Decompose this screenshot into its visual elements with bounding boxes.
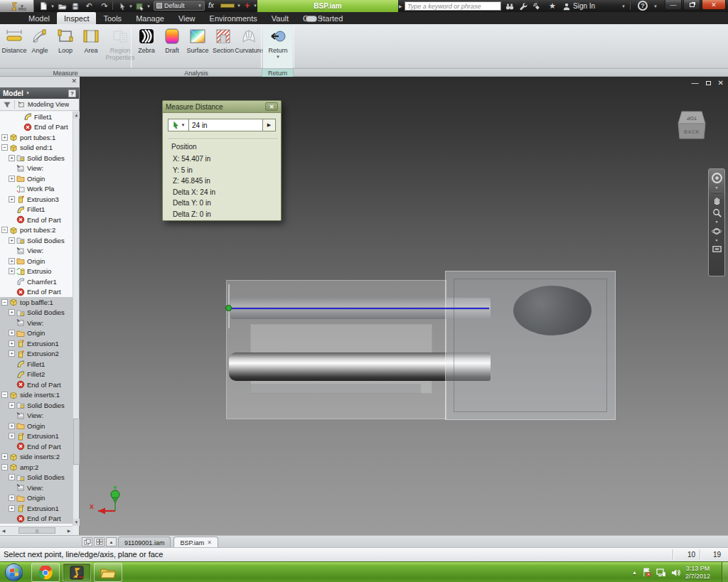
tree-item-end-of-part[interactable]: End of Part [0,514,73,524]
view-cube[interactable]: TOP BACK [671,107,712,148]
tree-item-fillet1[interactable]: Fillet1 [0,205,73,215]
section-button[interactable]: Section [210,26,236,54]
tree-item-side-inserts-1[interactable]: −side inserts:1 [0,390,73,401]
chevron-down-icon[interactable]: ▼ [237,4,241,8]
scroll-down-icon[interactable]: ▼ [73,519,80,526]
explorer-taskbar-button[interactable] [94,563,122,582]
tree-item-origin[interactable]: +Origin [0,173,73,184]
taskbar-clock[interactable]: 3:13 PM 2/7/2012 [685,565,710,581]
tab-inspect[interactable]: Inspect [57,12,96,24]
tree-item-extrusion1[interactable]: +Extrusion1 [0,503,73,514]
undo-button[interactable]: ↶ [82,1,95,11]
tree-item-view[interactable]: View: [0,246,73,257]
expand-icon[interactable]: + [9,309,15,316]
tree-item-solid-bodies[interactable]: +Solid Bodies [0,153,73,163]
tree-item-end-of-part[interactable]: End of Part [0,215,73,225]
collapse-icon[interactable]: − [1,144,8,151]
add-icon[interactable]: + [245,0,250,11]
expand-icon[interactable]: + [9,330,15,336]
zebra-button[interactable]: Zebra [134,26,159,54]
expand-icon[interactable]: + [9,402,15,409]
tree-item-extrusion1[interactable]: +Extrusion1 [0,338,73,349]
collapse-icon[interactable]: − [1,464,8,470]
scroll-right-icon[interactable]: ▶ [65,527,73,534]
expand-icon[interactable]: + [9,423,15,429]
tree-item-view[interactable]: View: [0,318,73,328]
browser-header[interactable]: Model ▼ ? [0,87,79,99]
tree-item-view[interactable]: View: [0,411,73,421]
scroll-left-icon[interactable]: ◀ [0,527,7,534]
tree-item-amp-2[interactable]: −amp:2 [0,462,73,473]
collapse-icon[interactable]: − [1,392,8,398]
tree-item-end-of-part[interactable]: End of Part [0,441,73,452]
open-button[interactable] [55,1,68,11]
save-button[interactable] [69,1,82,11]
tree-item-extrusion3[interactable]: +Extrusion3 [0,194,73,205]
chevron-down-icon[interactable]: ▼ [715,186,719,190]
restore-document-icon[interactable] [706,81,711,85]
expand-icon[interactable]: + [9,268,15,274]
tab-vault[interactable]: Vault [264,12,296,24]
angle-button[interactable]: Angle [27,26,53,54]
tree-item-top-baffle-1[interactable]: −top baffle:1 [0,297,73,308]
ribbon-display-options-button[interactable]: ▼ [306,14,330,23]
tree-item-solid-bodies[interactable]: +Solid Bodies [0,308,73,318]
close-icon[interactable]: ✕ [207,540,212,546]
filter-icon[interactable] [3,101,11,109]
tree-item-end-of-part[interactable]: End of Part [0,287,73,298]
tree-item-view[interactable]: View: [0,483,73,493]
surface-button[interactable]: Surface [185,26,210,54]
expand-icon[interactable]: + [9,433,15,439]
application-menu-button[interactable]: ▼ PRO [0,0,34,12]
show-hidden-icons-icon[interactable]: ▲ [632,570,637,575]
collapse-icon[interactable]: − [1,299,8,306]
inventor-taskbar-button[interactable]: PRO [63,563,91,582]
expand-icon[interactable]: + [1,453,8,460]
tree-item-solid-bodies[interactable]: +Solid Bodies [0,235,73,246]
tab-model[interactable]: Model [21,12,57,24]
close-document-icon[interactable]: ✕ [718,79,724,87]
doc-tab-bsp-iam[interactable]: BSP.iam✕ [173,537,218,548]
chevron-down-icon[interactable]: ▼ [621,4,626,9]
scroll-up-icon[interactable]: ▲ [73,112,80,119]
tree-item-solid-bodies[interactable]: +Solid Bodies [0,400,73,411]
minimize-document-icon[interactable]: — [692,79,699,87]
help-icon[interactable]: ? [638,1,648,11]
tree-item-extrusion2[interactable]: +Extrusion2 [0,349,73,360]
tree-item-fillet1[interactable]: Fillet1 [0,359,73,370]
tools-button[interactable] [518,1,529,11]
communication-center-button[interactable] [531,1,542,11]
tree-item-origin[interactable]: +Origin [0,256,73,266]
tree-item-side-inserts-2[interactable]: +side inserts:2 [0,452,73,463]
tree-item-solid-bodies[interactable]: +Solid Bodies [0,473,73,483]
action-center-icon[interactable] [642,568,651,577]
chevron-down-icon[interactable]: ▼ [715,220,719,224]
tree-item-port-tubes-2[interactable]: −port tubes:2 [0,225,73,236]
selection-priority-dropdown[interactable]: ▼ [168,119,189,131]
help-icon[interactable]: ? [68,90,76,97]
look-at-icon[interactable] [712,244,722,254]
minimize-button[interactable]: — [665,0,682,10]
distance-button[interactable]: Distance [1,26,27,54]
dialog-title-bar[interactable]: Measure Distance ✕ [163,101,281,113]
expand-icon[interactable]: + [9,505,15,512]
material-icon[interactable] [220,4,235,8]
orbit-icon[interactable] [711,226,722,237]
tree-item-end-of-part[interactable]: End of Part [0,379,73,390]
cascade-windows-button[interactable] [82,537,92,546]
tab-manage[interactable]: Manage [129,12,171,24]
expand-icon[interactable]: + [9,196,15,203]
tab-tools[interactable]: Tools [96,12,129,24]
tree-item-port-tubes-1[interactable]: +port tubes:1 [0,132,73,143]
sign-in-link[interactable]: Sign In [573,2,595,10]
expand-icon[interactable]: + [9,340,15,347]
measure-value-input[interactable] [189,119,263,131]
measure-options-button[interactable]: ▶ [263,119,276,131]
chevron-down-icon[interactable]: ▼ [129,4,133,9]
style-dropdown[interactable]: Default ▼ [154,1,205,11]
tree-item-solid-end-1[interactable]: −solid end:1 [0,143,73,153]
chrome-taskbar-button[interactable] [31,563,60,582]
chevron-down-icon[interactable]: ▼ [50,4,55,9]
port-hole[interactable] [513,286,592,335]
favorites-button[interactable]: ★ [547,1,558,11]
